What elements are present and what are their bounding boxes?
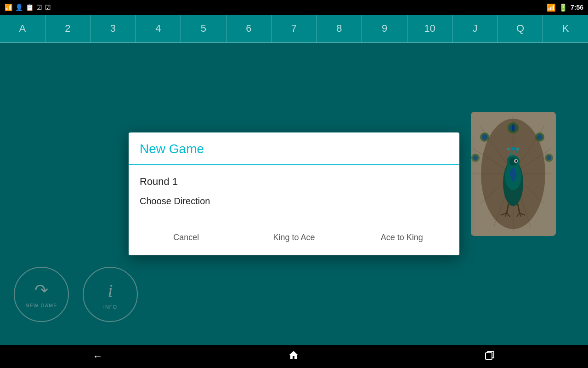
notification-icon-1: 📶 [5, 4, 12, 11]
modal-body: Round 1 Choose Direction [129, 165, 459, 223]
status-bar: 📶 👤 📋 ☑ ☑ 📶 🔋 7:56 [0, 0, 588, 15]
game-area: A2345678910JQK [0, 15, 588, 345]
nav-bar: ← [0, 345, 588, 368]
clock: 7:56 [571, 4, 583, 11]
new-game-modal: New Game Round 1 Choose Direction Cancel… [129, 132, 459, 255]
modal-buttons: Cancel King to Ace Ace to King [129, 223, 459, 255]
modal-choose-direction: Choose Direction [140, 196, 448, 207]
ace-to-king-button[interactable]: Ace to King [348, 227, 456, 248]
card-header-6: 6 [226, 15, 272, 42]
recents-button[interactable] [470, 346, 509, 367]
notification-icon-5: ☑ [45, 4, 51, 11]
status-bar-left: 📶 👤 📋 ☑ ☑ [5, 4, 51, 11]
cancel-button[interactable]: Cancel [132, 227, 240, 248]
modal-round: Round 1 [140, 176, 448, 188]
modal-overlay: New Game Round 1 Choose Direction Cancel… [0, 43, 588, 345]
battery-icon: 🔋 [559, 3, 568, 12]
svg-rect-52 [486, 353, 492, 359]
back-button[interactable]: ← [79, 347, 117, 366]
card-header-5: 5 [181, 15, 226, 42]
card-header-Q: Q [498, 15, 543, 42]
card-header-J: J [452, 15, 498, 42]
card-header-K: K [543, 15, 588, 42]
modal-title: New Game [140, 142, 204, 156]
status-bar-right: 📶 🔋 7:56 [547, 3, 583, 12]
notification-icon-2: 👤 [15, 4, 23, 11]
card-header-A: A [0, 15, 45, 42]
notification-icon-4: ☑ [36, 4, 42, 11]
game-content: ↷ NEW GAME i INFO New Game Round 1 Choos… [0, 43, 588, 345]
card-header-7: 7 [271, 15, 317, 42]
card-header-8: 8 [317, 15, 362, 42]
home-button[interactable] [274, 346, 313, 367]
card-headers: A2345678910JQK [0, 15, 588, 43]
modal-title-bar: New Game [129, 132, 459, 165]
card-header-3: 3 [90, 15, 136, 42]
notification-icon-3: 📋 [26, 4, 34, 11]
card-header-9: 9 [362, 15, 407, 42]
card-header-2: 2 [45, 15, 91, 42]
wifi-icon: 📶 [547, 3, 556, 12]
card-header-10: 10 [407, 15, 453, 42]
card-header-4: 4 [136, 15, 181, 42]
king-to-ace-button[interactable]: King to Ace [240, 227, 348, 248]
